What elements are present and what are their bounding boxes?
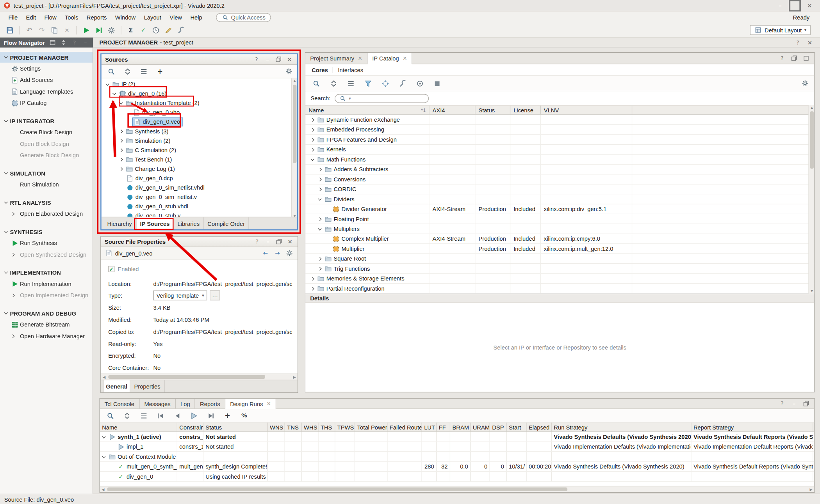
source-tree-item-div-gen-0-veo[interactable]: div_gen_0.veo xyxy=(102,117,298,126)
properties-tab-properties[interactable]: Properties xyxy=(130,380,164,392)
ip-catalog-row-multipliers[interactable]: Multipliers xyxy=(305,224,814,234)
chevron-right-icon[interactable] xyxy=(318,177,321,181)
column-header-status[interactable]: Status xyxy=(203,422,268,431)
scroll-left-icon[interactable]: ◀ xyxy=(101,374,107,380)
scrollbar-thumb[interactable] xyxy=(293,85,296,163)
close-icon[interactable]: × xyxy=(286,238,294,245)
redo-icon[interactable]: ↷ xyxy=(36,24,47,35)
column-header-name[interactable]: Name^1 xyxy=(305,106,429,115)
expand-all-icon[interactable] xyxy=(345,78,357,89)
bottom-tab-log[interactable]: Log xyxy=(176,399,195,408)
minimize-icon[interactable]: – xyxy=(264,56,271,63)
menu-file[interactable]: File xyxy=(4,11,22,23)
search-input[interactable]: ▾ xyxy=(335,94,429,103)
source-tree-item-c-simulation[interactable]: C Simulation (2) xyxy=(102,145,298,154)
chevron-right-icon[interactable] xyxy=(119,148,123,152)
source-tree-item-div-gen-0-vho[interactable]: div_gen_0.vho xyxy=(102,108,298,117)
save-icon[interactable] xyxy=(4,24,16,35)
pencil-icon[interactable] xyxy=(163,24,174,35)
percent-icon[interactable]: % xyxy=(239,410,250,421)
chevron-down-icon[interactable] xyxy=(4,171,8,174)
source-tree-item-div-gen-0-dcp[interactable]: div_gen_0.dcp xyxy=(102,174,298,183)
source-tree-item-test-bench[interactable]: Test Bench (1) xyxy=(102,154,298,164)
source-tree-item-synthesis[interactable]: Synthesis (3) xyxy=(102,126,298,136)
collapse-all-icon[interactable] xyxy=(328,78,339,89)
flownav-item-ip-catalog[interactable]: IP Catalog xyxy=(0,97,93,108)
source-tree-item-simulation[interactable]: Simulation (2) xyxy=(102,136,298,145)
gear-icon[interactable] xyxy=(801,80,809,87)
flownav-section-program-and-debug[interactable]: PROGRAM AND DEBUG xyxy=(0,308,93,319)
float-icon[interactable] xyxy=(275,56,282,63)
scroll-up-icon[interactable]: ▲ xyxy=(809,105,815,110)
close-icon[interactable]: × xyxy=(403,55,407,61)
chevron-right-icon[interactable] xyxy=(310,118,314,121)
filter-icon[interactable] xyxy=(362,78,374,89)
menu-layout[interactable]: Layout xyxy=(140,11,166,23)
ip-catalog-row-cordic[interactable]: CORDIC xyxy=(305,185,814,194)
column-header-ff[interactable]: FF xyxy=(437,422,450,431)
maximize-icon[interactable] xyxy=(788,0,802,11)
chevron-right-icon[interactable] xyxy=(318,167,321,171)
arrow-right-icon[interactable]: → xyxy=(273,250,281,257)
column-header-constraints[interactable]: Constraints xyxy=(177,422,203,431)
chevron-down-icon[interactable] xyxy=(318,197,321,200)
bottom-tab-tcl-console[interactable]: Tcl Console xyxy=(100,399,140,408)
help-icon[interactable]: ? xyxy=(253,56,260,63)
sum-icon[interactable]: Σ xyxy=(125,24,136,35)
menu-edit[interactable]: Edit xyxy=(22,11,40,23)
scroll-right-icon[interactable]: ▶ xyxy=(291,374,298,380)
wrench-icon[interactable] xyxy=(397,78,408,89)
target-icon[interactable] xyxy=(414,78,426,89)
flownav-item-open-implemented-design[interactable]: Open Implemented Design xyxy=(0,289,93,301)
flownav-item-language-templates[interactable]: Language Templates xyxy=(0,86,93,97)
column-header-total-power[interactable]: Total Power xyxy=(355,422,387,431)
add-icon[interactable]: + xyxy=(154,66,166,77)
bottom-tab-reports[interactable]: Reports xyxy=(195,399,225,408)
stop-icon[interactable] xyxy=(431,78,443,89)
close-icon[interactable]: × xyxy=(358,55,362,61)
chevron-right-icon[interactable] xyxy=(310,287,314,290)
chevron-right-icon[interactable] xyxy=(119,139,123,142)
ip-catalog-row-memories-storage-elements[interactable]: Memories & Storage Elements xyxy=(305,274,814,284)
scroll-left-icon[interactable]: ◀ xyxy=(100,486,106,492)
chevron-down-icon[interactable] xyxy=(102,454,105,458)
help-icon[interactable]: ? xyxy=(794,39,802,46)
ip-catalog-row-conversions[interactable]: Conversions xyxy=(305,174,814,184)
column-header-status[interactable]: Status xyxy=(475,106,510,115)
column-header-axi4[interactable]: AXI4 xyxy=(430,106,476,115)
wrench-icon[interactable] xyxy=(175,24,187,35)
ip-catalog-row-embedded-processing[interactable]: Embedded Processing xyxy=(305,125,814,135)
design-run-row-mult-gen-0-synth-1[interactable]: ✓mult_gen_0_synth_1mult_gen_0synth_desig… xyxy=(100,462,814,472)
flownav-item-open-synthesized-design[interactable]: Open Synthesized Design xyxy=(0,248,93,260)
flownav-section-project-manager[interactable]: PROJECT MANAGER xyxy=(0,52,93,63)
dock-icon[interactable] xyxy=(49,39,57,46)
collapse-all-icon[interactable] xyxy=(121,410,133,421)
ip-catalog-row-multiplier[interactable]: MultiplierProductionIncludedxilinx.com:i… xyxy=(305,244,814,254)
chevron-right-icon[interactable] xyxy=(318,257,321,260)
ip-catalog-row-floating-point[interactable]: Floating Point xyxy=(305,214,814,224)
sources-tab-hierarchy[interactable]: Hierarchy xyxy=(103,217,136,229)
flownav-item-open-hardware-manager[interactable]: Open Hardware Manager xyxy=(0,330,93,341)
step-back-icon[interactable] xyxy=(155,410,166,421)
expand-all-icon[interactable] xyxy=(138,66,150,77)
flownav-item-run-synthesis[interactable]: Run Synthesis xyxy=(0,237,93,248)
sources-tab-compile-order[interactable]: Compile Order xyxy=(204,217,249,229)
scroll-up-icon[interactable]: ▲ xyxy=(292,78,298,83)
design-run-row-synth-1-active[interactable]: synth_1 (active)constrs_1Not startedViva… xyxy=(100,432,814,442)
undo-icon[interactable]: ↶ xyxy=(23,24,35,35)
chevron-right-icon[interactable] xyxy=(310,138,314,141)
chevron-right-icon[interactable] xyxy=(310,277,314,280)
scroll-right-icon[interactable]: ▶ xyxy=(808,486,814,492)
chevron-down-icon[interactable] xyxy=(4,55,8,59)
ip-catalog-vertical-scrollbar[interactable]: ▲ ▼ xyxy=(809,105,815,293)
check-icon[interactable]: ✓ xyxy=(137,24,149,35)
column-header-name[interactable]: Name xyxy=(100,422,177,431)
flownav-section-synthesis[interactable]: SYNTHESIS xyxy=(0,226,93,237)
view-tab-cores[interactable]: Cores xyxy=(312,67,328,73)
minimize-icon[interactable]: – xyxy=(264,238,272,245)
menu-view[interactable]: View xyxy=(166,11,186,23)
ip-catalog-row-trig-functions[interactable]: Trig Functions xyxy=(305,264,814,273)
flownav-item-open-elaborated-design[interactable]: Open Elaborated Design xyxy=(0,208,93,219)
column-header-start[interactable]: Start xyxy=(507,422,527,431)
copy-icon[interactable] xyxy=(49,24,60,35)
